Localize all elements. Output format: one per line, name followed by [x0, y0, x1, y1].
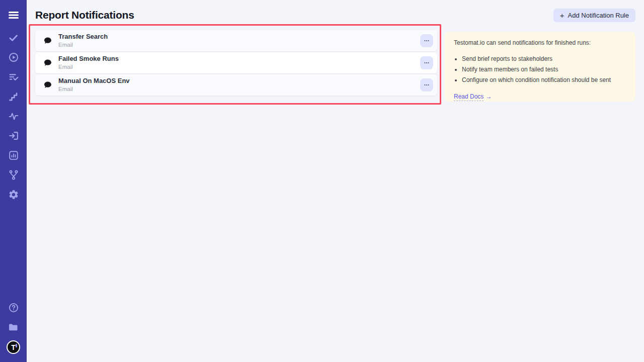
- rule-channel: Email: [58, 86, 130, 93]
- rule-row-manual-on-macos-env[interactable]: Manual On MacOS Env Email: [35, 74, 437, 96]
- ellipsis-icon: [423, 81, 430, 88]
- info-panel: Testomat.io can send notifications for f…: [445, 32, 635, 102]
- rule-text: Failed Smoke Runs Email: [58, 55, 119, 70]
- chat-bubble-icon: [43, 80, 52, 89]
- help-button[interactable]: [7, 302, 21, 313]
- info-bullet: Configure on which condition notificatio…: [462, 76, 626, 83]
- sidebar-nav: [7, 32, 21, 200]
- rule-row-transfer-search[interactable]: Transfer Search Email: [35, 30, 437, 51]
- gear-icon: [8, 189, 19, 200]
- read-docs-link[interactable]: Read Docs→: [454, 93, 492, 100]
- play-circle-icon: [8, 52, 19, 63]
- sidebar-item-settings[interactable]: [7, 189, 21, 200]
- git-branch-icon: [8, 169, 19, 180]
- import-icon: [8, 130, 19, 141]
- ellipsis-icon: [423, 37, 430, 44]
- logo-letter: T: [11, 343, 16, 351]
- sidebar-bottom: T: [7, 302, 21, 354]
- rule-channel: Email: [58, 42, 108, 48]
- info-bullet: Notify team members on failed tests: [462, 66, 626, 73]
- rule-title: Transfer Search: [58, 33, 108, 41]
- hamburger-glyph: [9, 11, 19, 19]
- sidebar: T: [0, 0, 27, 362]
- rule-actions-menu-button[interactable]: [420, 78, 433, 92]
- list-check-icon: [8, 71, 19, 82]
- hamburger-menu-icon[interactable]: [7, 10, 21, 20]
- plus-icon: +: [560, 12, 565, 19]
- read-docs-label: Read Docs: [454, 93, 484, 101]
- sidebar-item-tests[interactable]: [7, 32, 21, 43]
- testomat-logo[interactable]: T: [7, 340, 20, 354]
- steps-icon: [8, 92, 19, 102]
- sidebar-item-import[interactable]: [7, 130, 21, 141]
- sidebar-item-runs[interactable]: [7, 52, 21, 63]
- chat-bubble-icon: [43, 36, 52, 45]
- help-circle-icon: [8, 302, 19, 313]
- add-notification-rule-button[interactable]: + Add Notification Rule: [553, 9, 635, 22]
- logo-accent-mark: [16, 344, 17, 347]
- rule-title: Failed Smoke Runs: [58, 55, 119, 63]
- chat-bubble-icon: [43, 58, 52, 67]
- rule-channel: Email: [58, 64, 119, 70]
- folder-icon: [8, 321, 19, 333]
- info-bullet: Send brief reports to stakeholders: [462, 55, 626, 62]
- add-button-label: Add Notification Rule: [568, 12, 629, 19]
- activity-pulse-icon: [8, 111, 19, 122]
- info-intro: Testomat.io can send notifications for f…: [454, 39, 626, 47]
- checkmark-icon: [8, 33, 19, 43]
- sidebar-item-plans[interactable]: [7, 71, 21, 82]
- arrow-right-icon: →: [486, 93, 492, 100]
- rule-text: Manual On MacOS Env Email: [58, 77, 130, 93]
- page-title: Report Notifications: [35, 9, 134, 21]
- rule-title: Manual On MacOS Env: [58, 77, 130, 85]
- main-content: Report Notifications + Add Notification …: [27, 0, 644, 362]
- sidebar-item-reports[interactable]: [7, 150, 21, 161]
- bar-chart-icon: [8, 150, 19, 161]
- sidebar-item-analytics[interactable]: [7, 111, 21, 122]
- sidebar-item-branches[interactable]: [7, 169, 21, 180]
- rule-actions-menu-button[interactable]: [420, 56, 433, 69]
- rule-text: Transfer Search Email: [58, 33, 108, 48]
- info-bullet-list: Send brief reports to stakeholders Notif…: [462, 55, 626, 83]
- rule-row-failed-smoke-runs[interactable]: Failed Smoke Runs Email: [35, 52, 437, 73]
- rule-actions-menu-button[interactable]: [420, 34, 433, 47]
- projects-button[interactable]: [7, 321, 21, 332]
- notification-rules-list: Transfer Search Email Failed Smoke Runs …: [35, 30, 437, 97]
- ellipsis-icon: [423, 59, 430, 66]
- sidebar-item-milestones[interactable]: [7, 91, 21, 102]
